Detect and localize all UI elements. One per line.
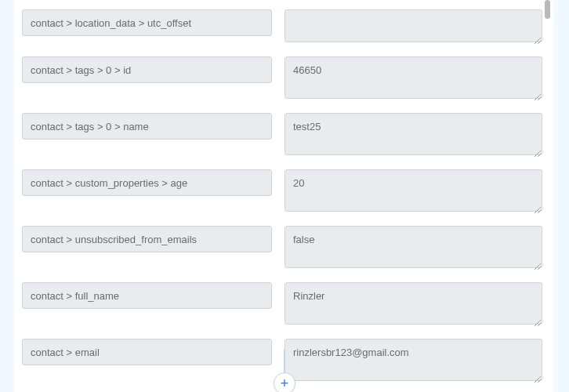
field-row: contact > location_data > utc_offset <box>14 9 553 45</box>
field-key: contact > tags > 0 > name <box>22 113 272 140</box>
field-row: contact > unsubscribed_from_emails <box>14 226 553 271</box>
field-row: contact > tags > 0 > name <box>14 113 553 158</box>
field-value[interactable] <box>284 339 542 381</box>
field-value[interactable] <box>284 113 542 155</box>
scrollbar-thumb[interactable] <box>545 0 550 19</box>
field-value[interactable] <box>284 56 542 99</box>
field-row: contact > custom_properties > age <box>14 169 553 215</box>
field-value[interactable] <box>284 282 542 325</box>
field-key: contact > full_name <box>22 282 272 309</box>
field-row: contact > tags > 0 > id <box>14 56 553 102</box>
field-value-wrap <box>284 56 542 102</box>
field-value-wrap <box>284 339 542 384</box>
field-key: contact > tags > 0 > id <box>22 56 272 83</box>
field-row: contact > full_name <box>14 282 553 328</box>
add-step-button[interactable]: + <box>274 372 295 392</box>
field-key: contact > custom_properties > age <box>22 169 272 196</box>
mapping-card: contact > location_data > utc_offsetcont… <box>14 0 553 392</box>
plus-icon: + <box>281 376 289 392</box>
field-key: contact > location_data > utc_offset <box>22 9 272 36</box>
field-value-wrap <box>284 113 542 158</box>
field-key: contact > email <box>22 339 272 365</box>
field-value-wrap <box>284 226 542 271</box>
field-value-wrap <box>284 9 542 45</box>
field-value[interactable] <box>284 226 542 268</box>
field-value[interactable] <box>284 169 542 212</box>
field-value-wrap <box>284 169 542 215</box>
field-value[interactable] <box>284 9 542 42</box>
field-key: contact > unsubscribed_from_emails <box>22 226 272 252</box>
field-value-wrap <box>284 282 542 328</box>
